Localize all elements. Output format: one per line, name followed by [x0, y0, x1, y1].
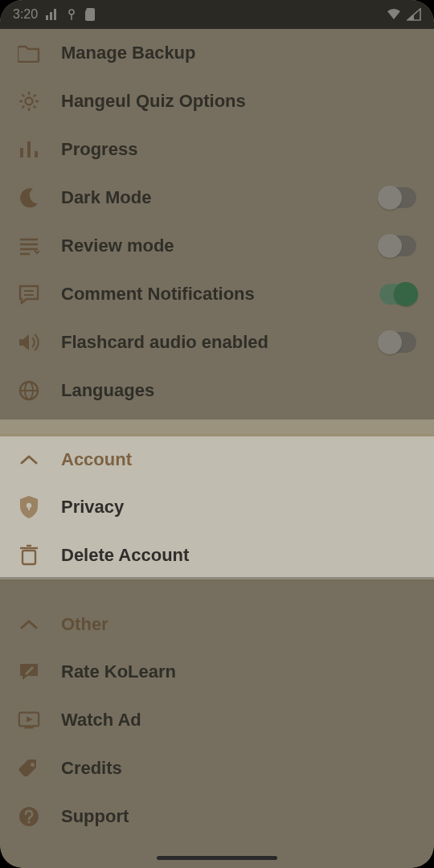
volume-icon: [18, 331, 40, 354]
toggle-dark-mode[interactable]: [379, 187, 416, 208]
row-label: Flashcard audio enabled: [61, 332, 358, 353]
cell-signal-icon: [407, 8, 421, 21]
signal-bars-icon: [46, 9, 59, 20]
chevron-up-icon: [18, 448, 40, 471]
svg-point-35: [27, 821, 30, 823]
row-label: Languages: [61, 380, 416, 401]
trash-icon: [18, 544, 40, 567]
svg-rect-16: [35, 151, 38, 158]
row-watch-ad[interactable]: Watch Ad: [0, 696, 434, 744]
section-header-label: Other: [61, 614, 416, 635]
row-hangeul-quiz[interactable]: Hangeul Quiz Options: [0, 77, 434, 125]
row-manage-backup[interactable]: Manage Backup: [0, 29, 434, 77]
gear-icon: [18, 90, 40, 113]
svg-line-10: [23, 95, 25, 97]
status-bar: 3:20: [0, 0, 434, 29]
folder-icon: [18, 42, 40, 64]
wifi-icon: [386, 8, 402, 21]
toggle-comment-notifications[interactable]: [379, 284, 416, 305]
section-account: Account Privacy Delete Account: [0, 434, 434, 582]
location-icon: [67, 8, 76, 21]
row-review-mode: Review mode: [0, 222, 434, 270]
globe-icon: [18, 379, 40, 402]
settings-list: Manage Backup Hangeul Quiz Options Progr…: [0, 29, 434, 841]
toggle-review-mode[interactable]: [379, 235, 416, 256]
row-label: Dark Mode: [61, 187, 358, 208]
row-dark-mode: Dark Mode: [0, 174, 434, 222]
sd-card-icon: [84, 8, 96, 21]
screen: 3:20 Mana: [0, 0, 434, 868]
row-support[interactable]: Support: [0, 792, 434, 841]
svg-rect-2: [54, 9, 56, 20]
row-label: Support: [61, 806, 416, 827]
video-icon: [18, 709, 40, 731]
svg-point-3: [69, 10, 74, 14]
svg-line-12: [34, 95, 36, 97]
rate-icon: [18, 661, 40, 683]
row-label: Credits: [61, 758, 416, 779]
svg-line-11: [34, 106, 36, 108]
svg-point-5: [26, 98, 33, 105]
svg-rect-28: [23, 551, 35, 564]
tag-icon: [18, 757, 40, 780]
row-rate[interactable]: Rate KoLearn: [0, 648, 434, 696]
shield-icon: [18, 496, 40, 518]
row-privacy[interactable]: Privacy: [0, 483, 434, 531]
comment-icon: [18, 283, 40, 305]
bar-chart-icon: [18, 138, 40, 161]
section-gap: [0, 415, 434, 434]
status-left: 3:20: [13, 7, 96, 22]
nav-pill: [157, 856, 277, 860]
row-label: Delete Account: [61, 545, 416, 566]
svg-rect-1: [50, 12, 52, 20]
row-label: Comment Notifications: [61, 284, 358, 305]
section-header-account[interactable]: Account: [0, 436, 434, 483]
svg-point-33: [31, 763, 35, 767]
row-label: Manage Backup: [61, 43, 416, 63]
row-languages[interactable]: Languages: [0, 366, 434, 415]
list-icon: [18, 235, 40, 257]
row-comment-notifications: Comment Notifications: [0, 270, 434, 318]
moon-icon: [18, 186, 40, 209]
row-label: Progress: [61, 139, 416, 160]
svg-rect-27: [28, 507, 30, 510]
row-label: Watch Ad: [61, 710, 416, 731]
section-gap: [0, 582, 434, 601]
svg-line-13: [23, 106, 25, 108]
section-general: Manage Backup Hangeul Quiz Options Progr…: [0, 29, 434, 415]
row-label: Hangeul Quiz Options: [61, 91, 416, 112]
svg-rect-15: [27, 141, 31, 158]
status-right: [386, 8, 421, 21]
chevron-up-icon: [18, 613, 40, 636]
row-label: Rate KoLearn: [61, 661, 416, 682]
help-icon: [18, 805, 40, 828]
row-progress[interactable]: Progress: [0, 125, 434, 174]
section-header-other[interactable]: Other: [0, 601, 434, 648]
svg-rect-0: [46, 15, 48, 20]
row-flashcard-audio: Flashcard audio enabled: [0, 318, 434, 366]
row-delete-account[interactable]: Delete Account: [0, 531, 434, 579]
row-label: Privacy: [61, 497, 416, 518]
row-label: Review mode: [61, 235, 358, 256]
section-header-label: Account: [61, 449, 416, 470]
row-credits[interactable]: Credits: [0, 744, 434, 792]
status-time: 3:20: [13, 7, 38, 22]
section-other: Other Rate KoLearn Watch Ad Credits: [0, 601, 434, 841]
svg-rect-14: [20, 148, 23, 158]
toggle-flashcard-audio[interactable]: [379, 332, 416, 353]
